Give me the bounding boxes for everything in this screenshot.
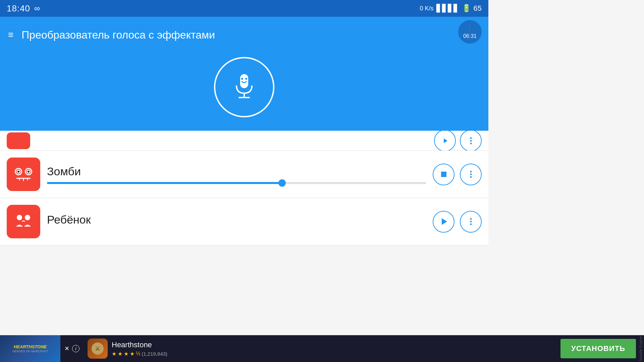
controls-partial	[434, 131, 482, 151]
signal-icon: ▋▋▋▋	[436, 4, 459, 13]
data-speed: 0 K/s	[420, 5, 433, 12]
svg-point-29	[470, 224, 472, 225]
svg-rect-23	[13, 212, 34, 232]
svg-point-8	[470, 142, 472, 144]
battery-icon: 🔋	[462, 4, 471, 13]
svg-marker-5	[444, 138, 447, 143]
svg-point-28	[470, 221, 472, 223]
play-button-child[interactable]	[433, 211, 454, 233]
list-item-zombie: Зомби	[0, 151, 488, 198]
child-name: Ребёнок	[47, 213, 426, 226]
more-button-zombie[interactable]	[460, 164, 482, 185]
svg-point-25	[25, 215, 30, 220]
svg-point-15	[28, 171, 30, 173]
svg-marker-26	[442, 218, 447, 225]
svg-rect-19	[441, 172, 446, 177]
zombie-controls	[433, 164, 482, 185]
svg-rect-0	[240, 74, 248, 88]
list-container: Зомби	[0, 131, 488, 245]
timer-badge[interactable]: ⋮ 06:31	[458, 20, 482, 44]
zombie-icon	[7, 158, 40, 191]
zombie-name: Зомби	[47, 165, 426, 178]
status-bar-left: 18:40 ∞	[7, 3, 40, 14]
stop-button-zombie[interactable]	[433, 164, 454, 185]
battery-level: 65	[474, 4, 482, 13]
menu-icon[interactable]: ≡	[8, 30, 13, 40]
zombie-progress-thumb	[278, 179, 286, 187]
status-bar: 18:40 ∞ 0 K/s ▋▋▋▋ 🔋 65	[0, 0, 488, 17]
play-button-partial[interactable]	[434, 131, 456, 151]
list-item-child: Ребёнок	[0, 198, 488, 245]
item-icon-partial	[7, 132, 30, 149]
svg-point-2	[245, 78, 247, 80]
svg-point-20	[470, 171, 472, 173]
app-header: ≡ Преобразователь голоса с эффектами ⋮ 0…	[0, 17, 488, 47]
zombie-content: Зомби	[47, 165, 426, 184]
more-button-partial[interactable]	[460, 131, 482, 151]
zombie-progress-bar[interactable]	[47, 182, 426, 184]
status-time: 18:40	[7, 3, 30, 14]
app-title: Преобразователь голоса с эффектами	[21, 29, 480, 41]
mic-section[interactable]	[0, 47, 488, 131]
more-button-child[interactable]	[460, 211, 482, 233]
status-infinity: ∞	[34, 4, 40, 13]
svg-point-7	[470, 140, 472, 141]
mic-icon	[229, 71, 259, 103]
status-bar-right: 0 K/s ▋▋▋▋ 🔋 65	[420, 4, 482, 13]
svg-point-22	[470, 176, 472, 178]
svg-point-24	[17, 215, 22, 220]
svg-point-6	[470, 137, 472, 139]
zombie-progress-fill	[47, 182, 282, 184]
timer-text: 06:31	[463, 33, 477, 39]
mic-button[interactable]	[214, 57, 274, 117]
child-content: Ребёнок	[47, 213, 426, 230]
svg-point-12	[17, 171, 19, 173]
svg-point-1	[241, 78, 243, 80]
list-item-partial	[0, 131, 488, 151]
svg-point-27	[470, 218, 472, 220]
child-icon	[7, 205, 40, 238]
child-controls	[433, 211, 482, 233]
svg-point-21	[470, 174, 472, 175]
timer-dots: ⋮	[466, 24, 474, 33]
